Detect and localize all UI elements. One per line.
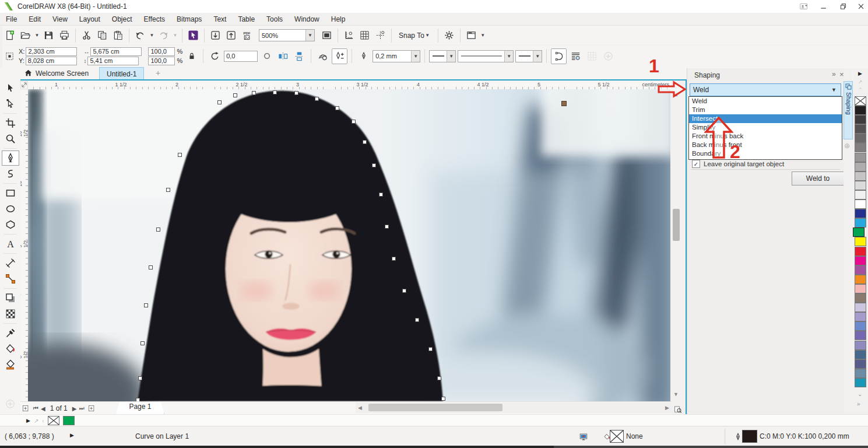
shaping-mode-dropdown[interactable]: Weld ▼: [690, 83, 841, 96]
curve-settings-icon[interactable]: [332, 48, 347, 64]
transparency-tool[interactable]: [2, 306, 19, 321]
redo-dropdown-icon[interactable]: ▼: [172, 28, 178, 43]
menu-object[interactable]: Object: [106, 13, 138, 26]
reduce-nodes-icon[interactable]: [315, 49, 330, 64]
selection-handle[interactable]: [561, 101, 567, 106]
checkbox-icon[interactable]: ✓: [692, 160, 700, 168]
freehand-tool[interactable]: [2, 166, 19, 181]
tab-untitled-1[interactable]: Untitled-1: [99, 67, 144, 80]
palette-color-swatch[interactable]: [855, 312, 866, 321]
paste-button[interactable]: [111, 28, 125, 43]
curve-node[interactable]: [252, 91, 256, 95]
save-button[interactable]: [41, 28, 56, 43]
palette-color-swatch[interactable]: [855, 181, 866, 190]
drop-shadow-tool[interactable]: [2, 290, 19, 306]
undo-dropdown-icon[interactable]: ▼: [149, 28, 155, 43]
palette-color-swatch[interactable]: [855, 284, 866, 293]
y-position-field[interactable]: 8,028 cm: [26, 57, 77, 65]
menu-edit[interactable]: Edit: [23, 13, 47, 26]
first-page-icon[interactable]: ⏮: [33, 405, 38, 412]
outline-width-select[interactable]: 0,2 mm▼: [372, 50, 420, 62]
rectangle-tool[interactable]: [2, 186, 19, 201]
text-tool[interactable]: A: [2, 236, 19, 251]
palette-color-swatch[interactable]: [855, 218, 866, 228]
palette-color-swatch[interactable]: [855, 237, 866, 246]
scroll-left-icon[interactable]: ◀: [358, 405, 362, 411]
import-button[interactable]: [208, 28, 223, 43]
guidelines-button[interactable]: [373, 28, 388, 43]
menu-text[interactable]: Text: [208, 13, 232, 26]
prev-page-icon[interactable]: ◀: [41, 405, 45, 412]
curve-node[interactable]: [392, 257, 396, 261]
pick-tool[interactable]: [2, 80, 19, 96]
palette-color-swatch[interactable]: [855, 321, 866, 331]
menu-view[interactable]: View: [47, 13, 73, 26]
horizontal-ruler[interactable]: centimeters 11 1/222 1/233 1/244 1/255 1…: [28, 81, 672, 89]
x-position-field[interactable]: 2,303 cm: [26, 47, 77, 56]
scale-h-field[interactable]: 100,0: [148, 47, 175, 56]
new-document-button[interactable]: [2, 28, 17, 43]
palette-color-swatch[interactable]: [855, 124, 866, 134]
palette-scroll-down-icon[interactable]: ⌄: [858, 391, 862, 397]
no-color-swatch[interactable]: [855, 96, 866, 106]
palette-color-swatch[interactable]: [855, 247, 866, 256]
menu-effects[interactable]: Effects: [138, 13, 171, 26]
undo-button[interactable]: [133, 28, 147, 43]
curve-node[interactable]: [363, 140, 367, 144]
horizontal-scrollbar[interactable]: ◀ ▶: [356, 402, 672, 413]
last-page-icon[interactable]: ⏭: [79, 405, 84, 412]
palette-color-swatch[interactable]: [855, 369, 866, 378]
parallel-dimension-tool[interactable]: [2, 256, 19, 271]
palette-color-swatch[interactable]: [855, 331, 866, 340]
color-eyedropper-tool[interactable]: [2, 326, 19, 341]
palette-color-swatch[interactable]: [855, 265, 866, 275]
ruler-origin-icon[interactable]: [20, 81, 28, 89]
grid-button[interactable]: [357, 28, 372, 43]
curve-node[interactable]: [166, 188, 170, 192]
close-button[interactable]: [853, 1, 868, 12]
curve-node[interactable]: [352, 120, 356, 124]
add-page-start-icon[interactable]: [20, 401, 31, 416]
page-1-tab[interactable]: Page 1: [115, 402, 164, 415]
arrow-end-select[interactable]: ▼: [515, 50, 542, 62]
vertical-scroll-thumb[interactable]: [673, 209, 680, 241]
horizontal-scroll-thumb[interactable]: [368, 404, 502, 411]
export-button[interactable]: [224, 28, 238, 43]
application-launcher-button[interactable]: [464, 28, 479, 43]
full-screen-preview-button[interactable]: [319, 28, 334, 43]
fill-none-swatch[interactable]: [610, 430, 624, 443]
curve-node[interactable]: [402, 289, 406, 293]
mirror-vertical-icon[interactable]: [292, 49, 307, 64]
dropdown-option-weld[interactable]: Weld: [689, 97, 842, 106]
doc-no-color-swatch[interactable]: [48, 416, 59, 425]
close-curve-icon[interactable]: [551, 48, 567, 64]
doc-green-swatch[interactable]: [63, 416, 75, 425]
menu-bitmaps[interactable]: Bitmaps: [171, 13, 208, 26]
palette-color-swatch[interactable]: [855, 359, 866, 369]
next-page-icon[interactable]: ▶: [72, 405, 77, 412]
curve-node[interactable]: [294, 91, 298, 95]
palette-expand-icon[interactable]: »: [857, 401, 860, 407]
palette-color-swatch[interactable]: [855, 162, 866, 172]
curve-node[interactable]: [156, 228, 160, 232]
palette-color-swatch[interactable]: [855, 378, 866, 387]
object-width-field[interactable]: 5,675 cm: [90, 47, 142, 56]
user-account-icon[interactable]: [796, 1, 811, 12]
palette-color-swatch[interactable]: [855, 115, 866, 124]
menu-layout[interactable]: Layout: [73, 13, 106, 26]
curve-node[interactable]: [140, 341, 145, 345]
color-proof-icon[interactable]: [576, 429, 591, 444]
zoom-level-select[interactable]: 500%▼: [259, 29, 315, 41]
palette-flyout-icon[interactable]: ▶: [858, 71, 862, 76]
cut-button[interactable]: [79, 28, 94, 43]
curve-node[interactable]: [178, 153, 182, 157]
object-height-field[interactable]: 5,41 cm: [87, 57, 139, 65]
smart-fill-tool[interactable]: [2, 357, 19, 372]
curve-node[interactable]: [428, 347, 433, 351]
scroll-down-icon[interactable]: ▼: [673, 391, 679, 397]
line-style-select[interactable]: ▼: [458, 50, 514, 62]
palette-color-swatch[interactable]: [855, 350, 866, 359]
snap-to-dropdown[interactable]: Snap To▼: [395, 28, 434, 43]
interactive-fill-tool[interactable]: [2, 341, 19, 356]
application-launcher-dropdown-icon[interactable]: ▼: [480, 28, 486, 43]
